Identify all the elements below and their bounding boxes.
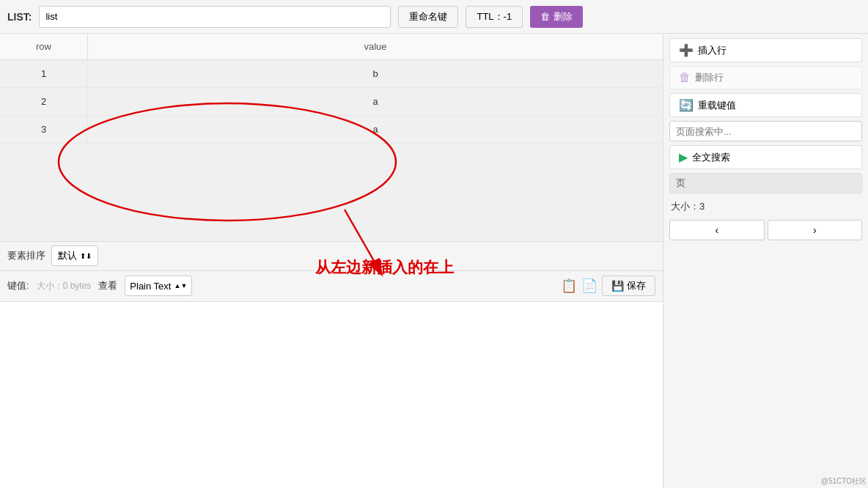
row-number-2: 2 bbox=[0, 88, 88, 115]
bottom-controls: 要素排序 默认 ⬆⬇ bbox=[0, 241, 663, 270]
center-content: row value 1 b 2 a 3 a bbox=[0, 34, 868, 488]
table-body: 1 b 2 a 3 a bbox=[0, 60, 663, 241]
top-bar: LIST: 重命名键 TTL：-1 🗑 删除 bbox=[0, 0, 868, 34]
row-number-3: 3 bbox=[0, 116, 88, 143]
copy-icon: 📄 bbox=[581, 278, 597, 294]
code-icon: 📋 bbox=[561, 278, 577, 294]
sort-select[interactable]: 默认 ⬆⬇ bbox=[51, 245, 98, 266]
value-bar-label: 键值: bbox=[7, 279, 29, 292]
value-size-hint: 大小：0 bytes bbox=[37, 280, 92, 292]
watermark: @51CTO社区 bbox=[821, 476, 867, 487]
fulltext-label: 全文搜索 bbox=[692, 151, 730, 164]
trash-row-icon: 🗑 bbox=[679, 71, 691, 84]
save-label: 保存 bbox=[627, 279, 646, 292]
delete-button[interactable]: 🗑 删除 bbox=[530, 6, 583, 28]
reload-label: 重载键值 bbox=[698, 99, 736, 112]
save-button[interactable]: 💾 保存 bbox=[602, 276, 655, 296]
view-option-label: Plain Text bbox=[130, 281, 171, 292]
page-search-input[interactable] bbox=[669, 121, 862, 141]
insert-row-button[interactable]: ➕ 插入行 bbox=[669, 38, 862, 62]
col-row-header: row bbox=[0, 34, 88, 59]
list-type-label: LIST: bbox=[7, 11, 32, 23]
prev-page-button[interactable]: ‹ bbox=[669, 220, 765, 240]
reload-button[interactable]: 🔄 重载键值 bbox=[669, 93, 862, 117]
sort-chevron-icon: ⬆⬇ bbox=[80, 252, 92, 260]
textarea-area bbox=[0, 301, 663, 489]
table-row[interactable]: 1 b bbox=[0, 60, 663, 88]
row-value-1: b bbox=[88, 60, 663, 87]
ttl-display: TTL：-1 bbox=[466, 6, 523, 28]
reload-icon: 🔄 bbox=[679, 98, 694, 112]
sort-value: 默认 bbox=[58, 249, 77, 262]
rename-button[interactable]: 重命名键 bbox=[398, 6, 458, 28]
view-chevron-icon: ▲▼ bbox=[174, 282, 187, 289]
size-info: 大小：3 bbox=[669, 197, 862, 216]
trash-icon: 🗑 bbox=[540, 11, 550, 22]
col-value-header: value bbox=[88, 34, 663, 59]
left-main: row value 1 b 2 a 3 a bbox=[0, 34, 663, 488]
view-select[interactable]: Plain Text ▲▼ bbox=[125, 276, 192, 296]
value-textarea[interactable] bbox=[3, 305, 660, 486]
delete-label: 删除 bbox=[553, 10, 573, 23]
value-bar: 键值: 大小：0 bytes 查看 Plain Text ▲▼ 📋 📄 💾 bbox=[0, 270, 663, 301]
row-value-2: a bbox=[88, 88, 663, 115]
fulltext-search-button[interactable]: ▶ 全文搜索 bbox=[669, 145, 862, 169]
sort-label: 要素排序 bbox=[7, 249, 45, 262]
next-page-button[interactable]: › bbox=[768, 220, 863, 240]
row-number-1: 1 bbox=[0, 60, 88, 87]
copy-button[interactable]: 📄 bbox=[581, 278, 597, 294]
delete-row-button[interactable]: 🗑 删除行 bbox=[669, 66, 862, 89]
insert-row-label: 插入行 bbox=[698, 44, 727, 57]
pagination-row: ‹ › bbox=[669, 220, 862, 240]
view-label: 查看 bbox=[98, 279, 117, 292]
table-row[interactable]: 2 a bbox=[0, 88, 663, 116]
table-row[interactable]: 3 a bbox=[0, 116, 663, 144]
key-input[interactable] bbox=[39, 6, 391, 28]
table-header: row value bbox=[0, 34, 663, 60]
row-value-3: a bbox=[88, 116, 663, 143]
play-icon: ▶ bbox=[679, 150, 688, 164]
main-layout: LIST: 重命名键 TTL：-1 🗑 删除 row value 1 b bbox=[0, 0, 868, 488]
plus-circle-icon: ➕ bbox=[679, 43, 694, 57]
delete-row-label: 删除行 bbox=[695, 71, 724, 84]
right-sidebar: ➕ 插入行 🗑 删除行 🔄 重载键值 ▶ 全文搜索 页 大小：3 ‹ bbox=[663, 34, 868, 488]
format-json-button[interactable]: 📋 bbox=[561, 278, 577, 294]
save-icon: 💾 bbox=[611, 280, 624, 292]
page-info-label: 页 bbox=[676, 177, 685, 190]
value-icons: 📋 📄 💾 保存 bbox=[561, 276, 655, 296]
page-info-box: 页 bbox=[669, 173, 862, 193]
